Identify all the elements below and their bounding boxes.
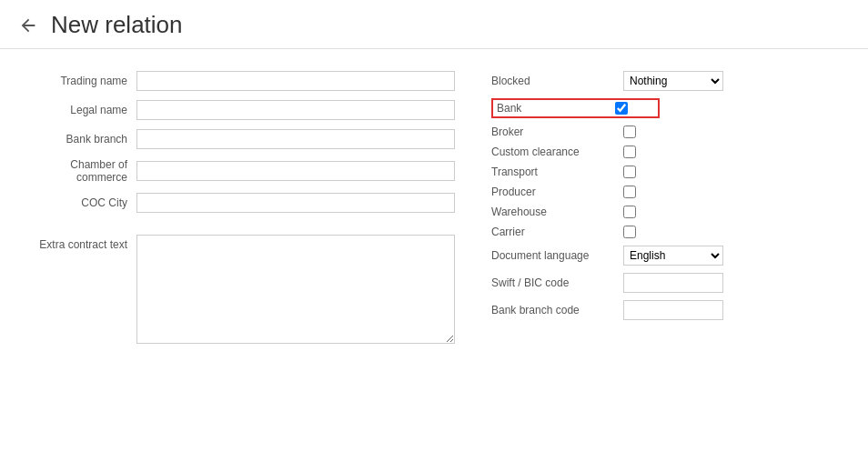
bank-label: Bank (497, 102, 615, 115)
extra-contract-text-input[interactable] (136, 235, 455, 344)
custom-clearance-label: Custom clearance (491, 146, 623, 158)
blocked-label: Blocked (491, 75, 623, 87)
blocked-select[interactable]: Nothing Blocked (623, 71, 723, 91)
transport-label: Transport (491, 166, 623, 178)
back-button[interactable] (15, 12, 42, 39)
warehouse-checkbox[interactable] (623, 206, 636, 218)
broker-row: Broker (491, 126, 850, 138)
carrier-checkbox[interactable] (623, 226, 636, 238)
bank-branch-row: Bank branch (18, 129, 455, 149)
back-icon (18, 15, 38, 35)
custom-clearance-checkbox[interactable] (623, 146, 636, 158)
chamber-of-commerce-input[interactable] (136, 161, 455, 181)
content-area: Trading name Legal name Bank branch Cham… (0, 71, 868, 344)
chamber-of-commerce-label: Chamber of commerce (18, 158, 136, 184)
carrier-row: Carrier (491, 226, 850, 238)
bank-branch-label: Bank branch (18, 133, 136, 146)
legal-name-label: Legal name (18, 104, 136, 116)
transport-checkbox[interactable] (623, 166, 636, 178)
legal-name-input[interactable] (136, 100, 455, 120)
broker-checkbox[interactable] (623, 126, 636, 138)
extra-contract-text-row: Extra contract text (18, 235, 455, 344)
document-language-select[interactable]: English Dutch French German (623, 246, 723, 266)
bank-row: Bank (491, 98, 660, 118)
legal-name-row: Legal name (18, 100, 455, 120)
page-header: New relation (0, 0, 868, 49)
bank-branch-code-input[interactable] (623, 300, 723, 320)
bank-branch-code-row: Bank branch code (491, 300, 850, 320)
broker-label: Broker (491, 126, 623, 138)
page-title: New relation (51, 11, 183, 39)
coc-city-input[interactable] (136, 193, 455, 213)
trading-name-input[interactable] (136, 71, 455, 91)
carrier-label: Carrier (491, 226, 623, 238)
swift-bic-label: Swift / BIC code (491, 276, 623, 289)
swift-bic-input[interactable] (623, 273, 723, 293)
left-column: Trading name Legal name Bank branch Cham… (18, 71, 455, 344)
transport-row: Transport (491, 166, 850, 178)
trading-name-label: Trading name (18, 75, 136, 87)
coc-city-label: COC City (18, 196, 136, 209)
producer-label: Producer (491, 186, 623, 198)
document-language-row: Document language English Dutch French G… (491, 246, 850, 266)
trading-name-row: Trading name (18, 71, 455, 91)
document-language-label: Document language (491, 249, 623, 262)
coc-city-row: COC City (18, 193, 455, 213)
extra-contract-text-label: Extra contract text (18, 235, 136, 251)
swift-bic-row: Swift / BIC code (491, 273, 850, 293)
custom-clearance-row: Custom clearance (491, 146, 850, 158)
right-column: Blocked Nothing Blocked Bank Broker Cust… (491, 71, 850, 344)
blocked-row: Blocked Nothing Blocked (491, 71, 850, 91)
warehouse-row: Warehouse (491, 206, 850, 218)
bank-branch-input[interactable] (136, 129, 455, 149)
bank-checkbox[interactable] (615, 102, 628, 115)
producer-checkbox[interactable] (623, 186, 636, 198)
bank-branch-code-label: Bank branch code (491, 304, 623, 316)
producer-row: Producer (491, 186, 850, 198)
warehouse-label: Warehouse (491, 206, 623, 218)
chamber-of-commerce-row: Chamber of commerce (18, 158, 455, 184)
